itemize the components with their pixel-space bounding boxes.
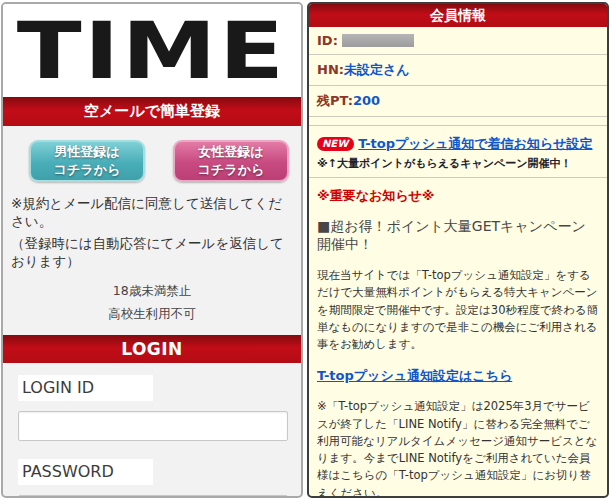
campaign-title: ■超お得！ポイント大量GETキャンペーン開催中！ [317,218,599,254]
login-section-bar: LOGIN [3,335,301,363]
terms-notice: ※規約とメール配信に同意して送信してください。 [11,195,293,231]
member-page-panel: 会員情報 ID: HN:未設定さん 残PT:200 NEWT-topプッシュ通知… [307,2,609,498]
female-register-line2: コチラから [198,161,265,179]
member-id-label: ID: [317,33,338,48]
logo-area: TIME [3,4,301,97]
push-setting-link[interactable]: T-topプッシュ通知設定はこちら [317,367,512,385]
female-register-button[interactable]: 女性登録は コチラから [173,140,289,182]
push-campaign-note: ※↑大量ポイントがもらえるキャンペーン開催中！ [317,156,599,171]
announcement-block: ※重要なお知らせ※ ■超お得！ポイント大量GETキャンペーン開催中！ 現在当サイ… [309,178,607,498]
age-restriction-note: 18歳未満禁止 [3,283,301,300]
push-notification-link[interactable]: T-topプッシュ通知で着信お知らせ設定 [358,136,592,151]
easy-register-bar: 空メールで簡単登録 [3,97,301,126]
login-form: LOGIN ID PASSWORD パスワードを忘れた方はこちら LOGIN [3,363,301,498]
female-register-line1: 女性登録は [198,143,263,161]
password-input[interactable] [18,495,288,498]
member-info-header: 会員情報 [309,4,607,27]
line-notify-note: ※「T-topプッシュ通知設定」は2025年3月でサービスが終了した「LINE … [317,398,599,498]
login-page-panel: TIME 空メールで簡単登録 男性登録は コチラから 女性登録は コチラから ※… [1,2,303,498]
push-notification-block: NEWT-topプッシュ通知で着信お知らせ設定 ※↑大量ポイントがもらえるキャン… [309,126,607,178]
login-id-input[interactable] [18,411,288,441]
autoreply-notice: （登録時には自動応答にてメールを返信しております） [11,235,293,271]
member-hn-value: 未設定さん [344,62,410,77]
member-pt-label: 残PT: [317,93,353,108]
member-hn-row: HN:未設定さん [309,55,607,86]
member-id-row: ID: [309,27,607,55]
campaign-body-text: 現在当サイトでは「T-topプッシュ通知設定」をするだけで大量無料ポイントがもら… [317,267,599,353]
male-register-line2: コチラから [54,161,121,179]
member-info-spacer [309,117,607,126]
screenshot-stage: TIME 空メールで簡単登録 男性登録は コチラから 女性登録は コチラから ※… [0,0,610,500]
site-logo: TIME [17,12,287,90]
male-register-button[interactable]: 男性登録は コチラから [29,140,145,182]
login-id-label: LOGIN ID [18,375,153,401]
password-label: PASSWORD [18,459,153,485]
highschool-restriction-note: 高校生利用不可 [3,306,301,323]
new-badge: NEW [317,137,354,151]
member-hn-label: HN: [317,62,344,77]
member-pt-value: 200 [353,93,380,108]
member-id-redacted-value [342,34,414,47]
register-buttons-row: 男性登録は コチラから 女性登録は コチラから [3,126,301,182]
member-pt-row: 残PT:200 [309,86,607,117]
male-register-line1: 男性登録は [54,143,119,161]
important-notice-title: ※重要なお知らせ※ [317,187,599,205]
